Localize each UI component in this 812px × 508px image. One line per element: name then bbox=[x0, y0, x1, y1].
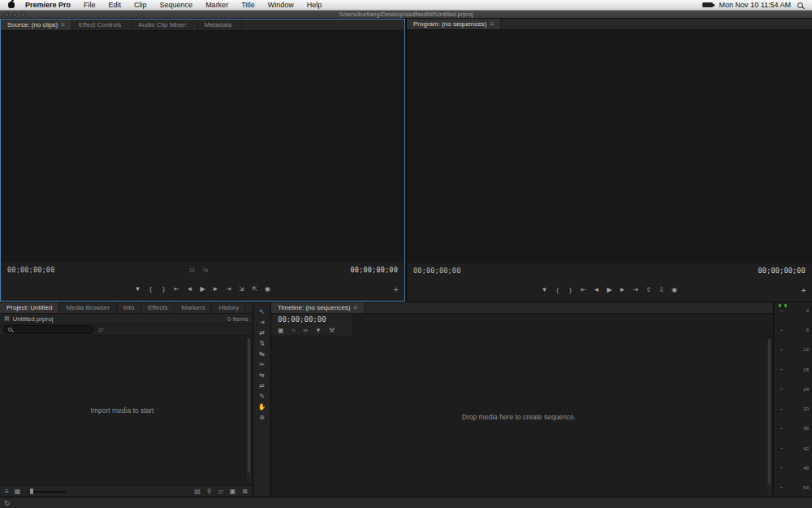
zoom-tool[interactable]: ⊕ bbox=[256, 413, 268, 421]
tab-label: Effect Controls bbox=[79, 21, 121, 28]
zoom-level-select[interactable]: ⊡ bbox=[189, 267, 195, 274]
add-marker-button[interactable]: ▼ bbox=[132, 284, 143, 295]
insert-overwrite-as-nests-icon[interactable]: ▣ bbox=[278, 327, 284, 334]
go-to-out-button[interactable]: ⇥ bbox=[223, 284, 234, 295]
tab-effect-controls[interactable]: Effect Controls bbox=[72, 20, 132, 30]
go-to-out-button[interactable]: ⇥ bbox=[630, 284, 641, 296]
export-frame-button[interactable]: ◉ bbox=[669, 284, 680, 296]
tab-metadata[interactable]: Metadata bbox=[198, 20, 242, 30]
razor-tool[interactable]: ✂ bbox=[256, 360, 268, 368]
zoom-button[interactable] bbox=[20, 12, 25, 17]
lift-button[interactable]: ⇧ bbox=[643, 284, 654, 296]
tab-info[interactable]: Info bbox=[117, 302, 141, 313]
source-current-timecode[interactable]: 00;00;00;00 bbox=[7, 266, 55, 274]
timeline-scrollbar-thumb[interactable] bbox=[768, 339, 771, 484]
add-marker-button[interactable]: ▼ bbox=[539, 284, 550, 296]
track-select-forward-tool[interactable]: ⇥ bbox=[256, 318, 268, 326]
tab-effects[interactable]: Effects bbox=[141, 302, 175, 313]
timeline-playhead-timecode[interactable]: 00;00;00;00 bbox=[278, 314, 352, 325]
extract-button[interactable]: ⇩ bbox=[656, 284, 667, 296]
mark-in-button[interactable]: { bbox=[145, 284, 156, 295]
clear-icon[interactable]: ⊠ bbox=[242, 488, 248, 495]
find-icon[interactable]: ⚲ bbox=[207, 488, 212, 495]
apple-menu[interactable] bbox=[0, 2, 19, 8]
tab-source[interactable]: Source: (no clips) ≡ bbox=[1, 20, 72, 30]
list-view-icon[interactable]: ≡ bbox=[5, 488, 9, 495]
tab-timeline[interactable]: Timeline: (no sequences) ≡ bbox=[271, 302, 365, 313]
overwrite-button[interactable]: ⇱ bbox=[249, 284, 260, 295]
program-current-timecode[interactable]: 00;00;00;00 bbox=[413, 267, 461, 275]
mark-out-button[interactable]: } bbox=[158, 284, 169, 295]
go-to-in-button[interactable]: ⇤ bbox=[578, 284, 589, 296]
menu-item[interactable]: Marker bbox=[199, 0, 235, 11]
playback-resolution-select[interactable]: ½ bbox=[203, 267, 209, 274]
spotlight-search-icon[interactable] bbox=[797, 2, 803, 8]
menu-item[interactable]: Help bbox=[300, 0, 329, 11]
hand-tool[interactable]: ✋ bbox=[256, 402, 268, 410]
search-bin-icon[interactable]: ▱ bbox=[98, 326, 103, 333]
icon-view-icon[interactable]: ▦ bbox=[15, 488, 21, 495]
menu-item[interactable]: Sequence bbox=[153, 0, 200, 11]
menu-item[interactable]: File bbox=[77, 0, 102, 11]
timeline-display-settings-icon[interactable]: ⚒ bbox=[329, 327, 335, 334]
mark-out-button[interactable]: } bbox=[565, 284, 576, 296]
panel-menu-icon[interactable]: ≡ bbox=[61, 21, 65, 28]
tab-program[interactable]: Program: (no sequences) ≡ bbox=[407, 19, 501, 29]
insert-button[interactable]: ⇲ bbox=[236, 284, 247, 295]
tab-audio-clip-mixer[interactable]: Audio Clip Mixer: bbox=[132, 20, 197, 30]
project-media-area[interactable]: Import media to start bbox=[0, 336, 253, 485]
selection-tool[interactable]: ↖ bbox=[256, 307, 268, 315]
step-forward-button[interactable]: ► bbox=[210, 284, 221, 295]
button-editor-button[interactable]: + bbox=[394, 284, 399, 294]
play-button[interactable]: ▶ bbox=[197, 284, 208, 295]
step-back-button[interactable]: ◄ bbox=[184, 284, 195, 295]
slide-tool[interactable]: ⇌ bbox=[256, 381, 268, 389]
timeline-drop-zone[interactable]: Drop media here to create sequence. bbox=[271, 336, 773, 497]
menu-bar-clock[interactable]: Mon Nov 10 11:54 AM bbox=[719, 1, 791, 9]
new-item-icon[interactable]: ▣ bbox=[230, 488, 236, 495]
rate-stretch-tool[interactable]: ↹ bbox=[256, 350, 268, 358]
project-scrollbar-thumb[interactable] bbox=[248, 338, 250, 473]
audio-meter-scale: 0 6 12 18 24 30 36 bbox=[778, 308, 810, 490]
step-forward-button[interactable]: ► bbox=[617, 284, 628, 296]
minimize-button[interactable] bbox=[12, 12, 17, 17]
ripple-edit-tool[interactable]: ⇄ bbox=[256, 328, 268, 336]
slip-tool[interactable]: ⇆ bbox=[256, 371, 268, 379]
thumbnail-zoom-knob[interactable] bbox=[30, 488, 33, 494]
tab-media-browser[interactable]: Media Browser bbox=[59, 302, 116, 313]
rolling-edit-tool[interactable]: ⇅ bbox=[256, 339, 268, 347]
menu-item[interactable]: Title bbox=[235, 0, 261, 11]
add-marker-icon[interactable]: ▼ bbox=[315, 327, 322, 334]
meter-tick bbox=[780, 310, 783, 311]
automate-to-sequence-icon[interactable]: ▤ bbox=[194, 488, 201, 495]
tab-label: Effects bbox=[148, 304, 167, 311]
pen-tool[interactable]: ✎ bbox=[256, 392, 268, 400]
menu-item[interactable]: Edit bbox=[102, 0, 128, 11]
go-to-in-button[interactable]: ⇤ bbox=[171, 284, 182, 295]
button-editor-button[interactable]: + bbox=[801, 285, 806, 295]
close-button[interactable] bbox=[4, 12, 9, 17]
menu-item[interactable]: Window bbox=[261, 0, 300, 11]
panel-menu-icon[interactable]: ≡ bbox=[354, 304, 358, 311]
search-input[interactable] bbox=[15, 326, 89, 333]
panel-menu-icon[interactable]: ≡ bbox=[490, 20, 494, 28]
time-ruler[interactable] bbox=[352, 314, 773, 336]
tab-markers[interactable]: Markers bbox=[175, 302, 212, 313]
battery-icon[interactable] bbox=[702, 2, 713, 7]
linked-selection-icon[interactable]: ∞ bbox=[303, 327, 308, 334]
tab-history[interactable]: History bbox=[212, 302, 246, 313]
menu-premiere-pro[interactable]: Premiere Pro bbox=[19, 0, 77, 11]
play-button[interactable]: ▶ bbox=[604, 284, 615, 296]
new-bin-icon[interactable]: ▱ bbox=[218, 488, 223, 495]
thumbnail-zoom-slider[interactable] bbox=[28, 491, 66, 493]
step-back-button[interactable]: ◄ bbox=[591, 284, 602, 296]
timeline-scrollbar[interactable] bbox=[767, 338, 771, 495]
meter-scale-label: 42 bbox=[784, 446, 809, 451]
project-scrollbar[interactable] bbox=[247, 337, 251, 484]
sync-status-icon[interactable]: ↻ bbox=[4, 499, 11, 507]
tab-project[interactable]: Project: Untitled bbox=[0, 302, 59, 313]
mark-in-button[interactable]: { bbox=[552, 284, 563, 296]
menu-item[interactable]: Clip bbox=[127, 0, 153, 11]
export-frame-button[interactable]: ◉ bbox=[262, 284, 273, 295]
snap-icon[interactable]: ∩ bbox=[292, 327, 296, 334]
